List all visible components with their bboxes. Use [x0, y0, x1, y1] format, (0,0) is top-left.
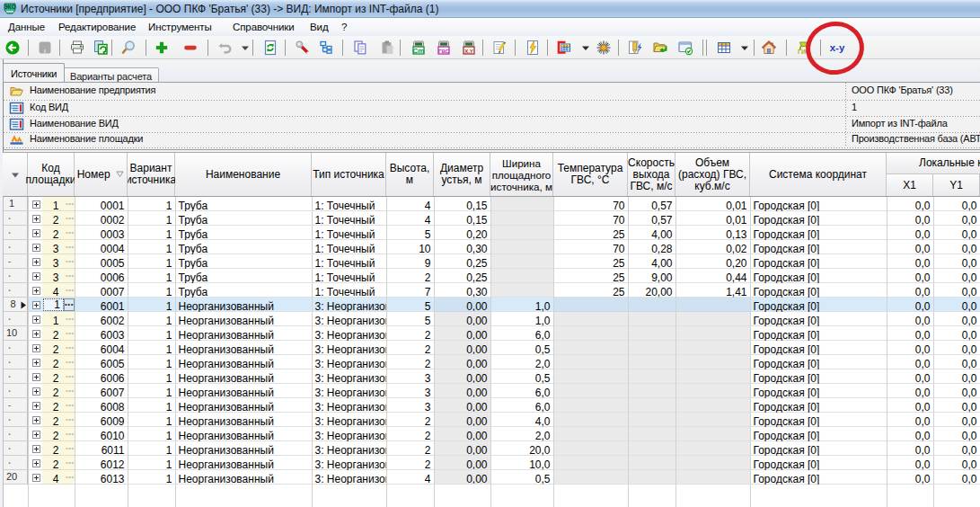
svg-text:ГВС: ГВС: [438, 49, 450, 54]
svg-text:Cm: Cm: [413, 47, 425, 55]
svg-text:X,Y: X,Y: [464, 49, 473, 54]
svg-text:ЭКО: ЭКО: [4, 4, 16, 10]
